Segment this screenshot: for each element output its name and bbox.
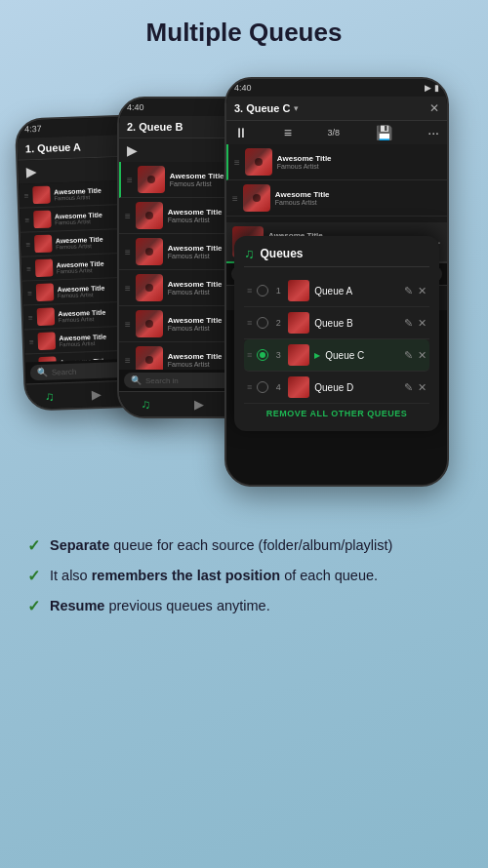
drag-icon: ≡ <box>247 318 252 328</box>
drag-handle-icon: ≡ <box>127 175 133 185</box>
queue-thumb <box>288 376 309 398</box>
queues-panel: ♫ Queues ≡ 1 Queue A ✎ ✕ ≡ 2 <box>234 236 439 431</box>
save-btn[interactable]: 💾 <box>376 125 392 140</box>
drag-handle-icon: ≡ <box>125 355 131 366</box>
drag-handle-icon: ≡ <box>23 191 28 200</box>
close-icon[interactable]: ✕ <box>429 101 439 115</box>
remove-all-queues-button[interactable]: REMOVE ALL OTHER QUEUES <box>244 404 429 421</box>
drag-icon: ≡ <box>247 382 252 392</box>
drag-icon: ≡ <box>247 286 252 296</box>
queues-panel-header: ♫ Queues <box>244 246 429 267</box>
remove-queue-icon[interactable]: ✕ <box>418 317 427 330</box>
queue-radio-a[interactable] <box>257 285 268 296</box>
play-nav-icon[interactable]: ▶ <box>194 397 204 412</box>
queue-radio-d[interactable] <box>257 381 268 393</box>
phone1-time: 4:37 <box>24 124 42 135</box>
drag-handle-icon: ≡ <box>125 319 131 330</box>
edit-icon[interactable]: ✎ <box>404 285 413 297</box>
queue-num-2: 2 <box>273 318 283 328</box>
phone3-controls-row: ⏸ ≡ 3/8 💾 ··· <box>226 121 447 144</box>
signal-icon: ▶ <box>425 83 431 93</box>
phone1-queue-name: 1. Queue A <box>25 140 81 154</box>
track-thumbnail <box>136 274 163 301</box>
drag-handle-icon: ≡ <box>27 289 32 297</box>
phone3-queue-name: 3. Queue C <box>234 102 290 114</box>
search-icon: 🔍 <box>37 368 48 377</box>
track-thumbnail <box>136 202 163 229</box>
track-thumbnail <box>243 184 270 212</box>
features-section: ✓ Separate queue for each source (folder… <box>0 526 488 616</box>
phone-3: 4:40 ▶ ▮ 3. Queue C ▾ ✕ ⏸ ≡ 3/8 💾 <box>224 77 449 487</box>
feature-item-1: ✓ Separate queue for each source (folder… <box>27 535 461 556</box>
checkmark-icon-1: ✓ <box>27 536 40 555</box>
drag-handle-icon: ≡ <box>29 337 34 346</box>
queue-item-a[interactable]: ≡ 1 Queue A ✎ ✕ <box>244 275 429 307</box>
chevron-down-icon[interactable]: ▾ <box>294 103 299 113</box>
track-thumbnail <box>136 238 163 265</box>
checkmark-icon-3: ✓ <box>27 597 40 615</box>
track-thumbnail <box>35 284 54 302</box>
drag-handle-icon: ≡ <box>26 264 31 273</box>
phone2-search-text: Search in <box>145 376 179 385</box>
queue-nav-icon[interactable]: ♫ <box>142 397 151 412</box>
pause-btn[interactable]: ⏸ <box>234 125 248 140</box>
phone3-track-list: ≡ Awesome TitleFamous Artist ≡ Awesome T… <box>226 144 447 222</box>
track-thumbnail <box>33 211 52 229</box>
sort-btn[interactable]: ≡ <box>284 125 292 140</box>
queue-nav-icon[interactable]: ♫ <box>45 389 55 404</box>
more-btn[interactable]: ··· <box>427 125 439 140</box>
edit-icon[interactable]: ✎ <box>404 381 413 394</box>
feature-text-2: It also remembers the last position of e… <box>50 566 378 586</box>
track-thumbnail <box>32 186 51 205</box>
feature-item-2: ✓ It also remembers the last position of… <box>27 566 461 586</box>
phones-container: 4:37 ▶ 1. Queue A ▶ ≡ ≡ A <box>0 58 488 526</box>
phone2-time: 4:40 <box>127 102 144 112</box>
list-item: ≡ Awesome TitleFamous Artist <box>226 180 447 217</box>
track-thumbnail <box>136 346 163 370</box>
track-thumbnail <box>136 310 163 337</box>
drag-handle-icon: ≡ <box>25 240 30 249</box>
edit-icon[interactable]: ✎ <box>404 349 413 362</box>
queue-num-4: 4 <box>273 382 283 392</box>
queue-item-b[interactable]: ≡ 2 Queue B ✎ ✕ <box>244 307 429 339</box>
phone3-time: 4:40 <box>234 83 252 93</box>
phone3-queue-header: 3. Queue C ▾ ✕ <box>226 97 447 121</box>
queue-thumb <box>288 280 309 301</box>
phone1-play-btn[interactable]: ▶ <box>25 164 37 179</box>
drag-handle-icon: ≡ <box>30 362 35 363</box>
remove-queue-icon[interactable]: ✕ <box>418 285 427 297</box>
play-nav-icon[interactable]: ▶ <box>92 387 102 402</box>
track-thumbnail <box>36 308 55 327</box>
queue-item-c[interactable]: ≡ 3 ▶ Queue C ✎ ✕ <box>244 339 429 372</box>
queue-radio-b[interactable] <box>257 317 268 329</box>
feature-bold-2: remembers the last position <box>92 568 280 583</box>
remove-queue-icon[interactable]: ✕ <box>418 381 427 394</box>
drag-handle-icon: ≡ <box>232 193 238 204</box>
playing-icon: ▶ <box>314 351 320 360</box>
list-item: ≡ Awesome TitleFamous Artist <box>226 144 447 180</box>
drag-handle-icon: ≡ <box>125 283 131 294</box>
feature-bold-1: Separate <box>50 537 109 553</box>
drag-handle-icon: ≡ <box>125 247 131 257</box>
queue-thumb <box>288 344 309 366</box>
drag-handle-icon: ≡ <box>234 157 240 168</box>
drag-handle-icon: ≡ <box>125 211 131 221</box>
phone2-play-btn[interactable]: ▶ <box>127 142 138 158</box>
feature-item-3: ✓ Resume previous queues anytime. <box>27 596 461 616</box>
phone1-search-text: Search <box>52 367 77 376</box>
page-title: Multiple Queues <box>0 0 488 58</box>
edit-icon[interactable]: ✎ <box>404 317 413 330</box>
feature-bold-3: Resume <box>50 598 104 613</box>
track-thumbnail <box>245 148 272 176</box>
queue-radio-c[interactable] <box>257 349 268 361</box>
remove-queue-icon[interactable]: ✕ <box>418 349 427 362</box>
phone2-queue-name: 2. Queue B <box>127 121 183 133</box>
checkmark-icon-2: ✓ <box>27 567 40 585</box>
queue-name-b: Queue B <box>314 318 399 329</box>
track-thumbnail <box>138 166 165 193</box>
queue-item-d[interactable]: ≡ 4 Queue D ✎ ✕ <box>244 372 429 404</box>
phone3-status-icons: ▶ ▮ <box>425 83 439 93</box>
queue-name-a: Queue A <box>314 286 399 296</box>
drag-icon: ≡ <box>247 350 252 360</box>
queue-num-1: 1 <box>273 286 283 296</box>
